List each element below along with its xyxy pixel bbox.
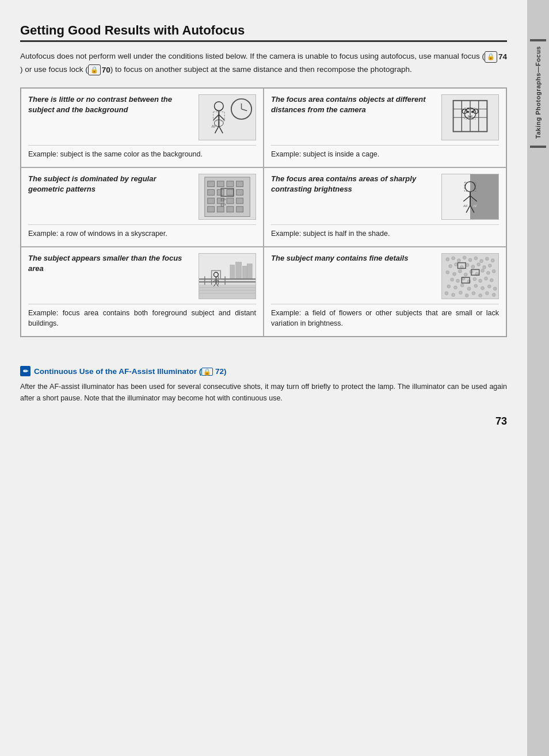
svg-point-117 [447, 284, 451, 288]
svg-point-109 [451, 278, 454, 281]
svg-point-92 [449, 264, 452, 268]
svg-point-124 [493, 287, 497, 290]
svg-point-85 [457, 258, 460, 262]
svg-point-115 [484, 277, 487, 280]
cell-5-inner: The subject appears smaller than the foc… [28, 253, 256, 299]
cell-3-image: EP EP [199, 174, 256, 220]
cell-2-inner: The focus area contains objects at diffe… [271, 94, 499, 140]
cell-5-image [199, 253, 256, 299]
svg-point-101 [453, 272, 456, 276]
sidebar-divider-bottom [530, 146, 546, 148]
page-title: Getting Good Results with Autofocus [20, 23, 507, 42]
cell-4-header: The focus area contains areas of sharply… [271, 174, 437, 194]
cell-6-header: The subject many contains fine details [271, 253, 437, 264]
cell-3-inner: The subject is dominated by regular geom… [28, 174, 256, 220]
cell-1-image: AF [199, 94, 256, 140]
svg-text:AF: AF [463, 204, 468, 208]
svg-point-132 [492, 293, 495, 296]
sidebar-label: Taking Photographs—Focus [535, 46, 542, 139]
page-number: 73 [20, 415, 507, 427]
svg-point-95 [466, 263, 469, 266]
svg-point-112 [467, 280, 471, 283]
svg-point-87 [468, 258, 472, 261]
svg-point-102 [458, 269, 462, 273]
grid-cell-2: The focus area contains objects at diffe… [264, 88, 506, 167]
cell-2-image [441, 94, 499, 140]
svg-point-88 [474, 256, 478, 259]
grid-cell-4: The focus area contains areas of sharply… [264, 167, 506, 247]
sidebar-divider-top [530, 39, 546, 41]
cell-2-header: The focus area contains objects at diffe… [271, 94, 437, 115]
svg-point-120 [467, 287, 471, 290]
svg-point-97 [477, 262, 481, 266]
cell-3-example: Example: a row of windows in a skyscrape… [28, 224, 256, 239]
brightness-svg: AF AF [442, 174, 498, 219]
note-title: ✏ Continuous Use of the AF-Assist Illumi… [20, 366, 507, 376]
cell-3-header: The subject is dominated by regular geom… [28, 174, 194, 194]
svg-point-98 [483, 265, 486, 269]
svg-point-93 [455, 262, 458, 266]
svg-rect-63 [242, 266, 246, 279]
svg-rect-36 [208, 198, 215, 204]
grid-cell-3: The subject is dominated by regular geom… [21, 167, 264, 247]
cell-5-example: Example: focus area contains both foregr… [28, 304, 256, 330]
svg-point-121 [474, 284, 478, 287]
svg-point-83 [446, 257, 449, 261]
cell-4-inner: The focus area contains areas of sharply… [271, 174, 499, 220]
svg-rect-31 [237, 181, 243, 187]
svg-point-100 [446, 270, 449, 274]
svg-point-110 [456, 279, 460, 282]
svg-point-131 [485, 291, 489, 295]
cell-6-inner: The subject many contains fine details [271, 253, 499, 299]
svg-rect-35 [237, 189, 243, 195]
svg-rect-49 [470, 174, 498, 219]
svg-rect-33 [217, 189, 224, 195]
sidebar: Taking Photographs—Focus [527, 0, 549, 756]
svg-point-90 [485, 257, 489, 260]
cell-1-text: There is little or no contrast between t… [28, 94, 194, 120]
svg-point-129 [472, 291, 475, 295]
svg-rect-29 [217, 181, 224, 187]
svg-point-122 [481, 286, 485, 289]
svg-text:AF: AF [473, 204, 478, 208]
svg-text:AF: AF [212, 124, 217, 128]
svg-point-114 [479, 279, 482, 282]
cell-4-text: The focus area contains areas of sharply… [271, 174, 437, 199]
svg-point-91 [491, 258, 494, 262]
svg-point-96 [471, 265, 475, 268]
note-title-text: Continuous Use of the AF-Assist Illumina… [34, 367, 227, 376]
autofocus-conditions-grid: There is little or no contrast between t… [20, 87, 507, 337]
svg-point-116 [490, 278, 493, 282]
svg-rect-48 [442, 174, 470, 219]
svg-rect-43 [237, 207, 243, 212]
cage-svg [442, 95, 498, 140]
svg-rect-34 [227, 189, 234, 195]
note-section: ✏ Continuous Use of the AF-Assist Illumi… [20, 360, 507, 404]
svg-rect-32 [208, 189, 215, 195]
svg-point-128 [465, 293, 468, 297]
svg-rect-64 [247, 264, 252, 278]
note-pencil-icon: ✏ [20, 366, 30, 376]
cell-5-text: The subject appears smaller than the foc… [28, 253, 194, 278]
cell-4-example: Example: subject is half in the shade. [271, 224, 499, 239]
svg-point-107 [486, 271, 490, 274]
svg-point-126 [452, 293, 455, 296]
cell-1-inner: There is little or no contrast between t… [28, 94, 256, 140]
svg-point-89 [480, 259, 483, 262]
cell-5-header: The subject appears smaller than the foc… [28, 253, 194, 274]
cell-1-header: There is little or no contrast between t… [28, 94, 194, 115]
cell-6-text: The subject many contains fine details [271, 253, 437, 268]
svg-point-86 [463, 255, 466, 259]
svg-point-123 [487, 284, 491, 288]
svg-point-113 [473, 277, 476, 281]
svg-point-108 [492, 269, 495, 273]
main-content: Getting Good Results with Autofocus Auto… [0, 0, 527, 756]
note-body: After the AF-assist illuminator has been… [20, 381, 507, 404]
svg-rect-42 [227, 207, 234, 212]
windows-svg: EP EP [199, 174, 256, 219]
svg-point-106 [481, 269, 485, 272]
svg-text:EP: EP [220, 198, 226, 202]
svg-rect-40 [208, 207, 215, 212]
svg-point-84 [452, 256, 455, 259]
cell-6-example: Example: a field of flowers or other sub… [271, 304, 499, 330]
